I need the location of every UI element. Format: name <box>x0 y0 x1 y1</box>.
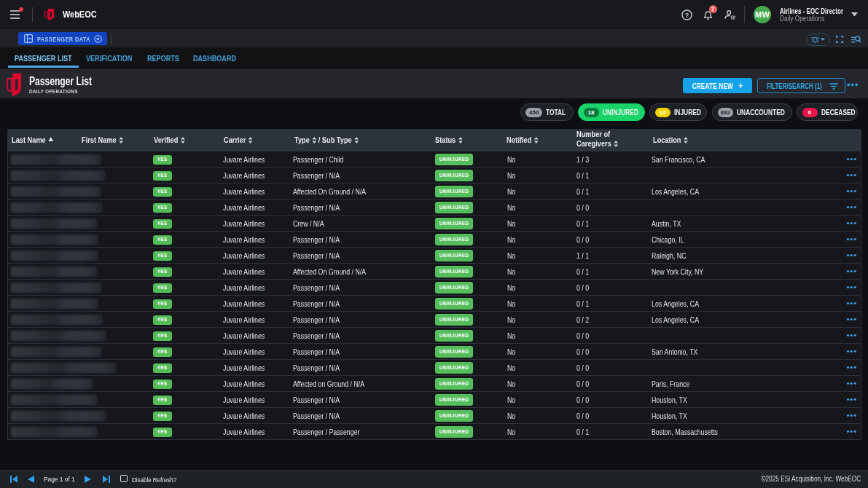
svg-text:?: ? <box>685 11 689 18</box>
